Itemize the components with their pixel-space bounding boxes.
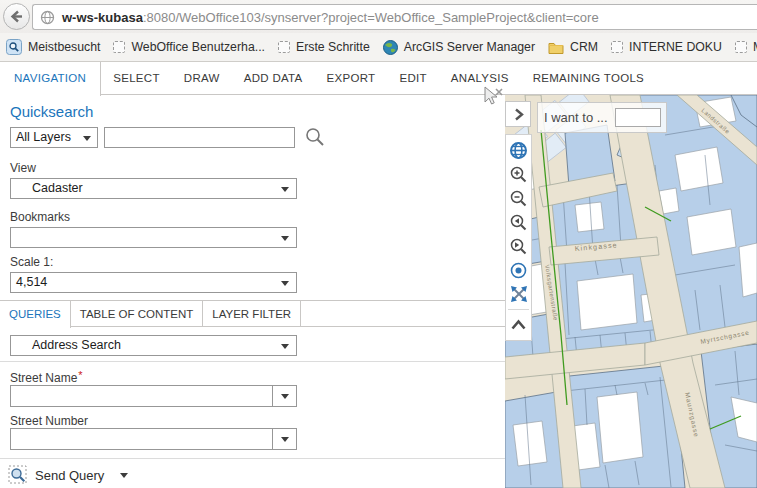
url-path: :8080/WebOffice103/synserver?project=Web… <box>143 10 599 25</box>
most-visited-icon <box>6 39 22 55</box>
full-extent-icon <box>509 284 529 304</box>
street-name-input[interactable] <box>11 386 272 406</box>
view-label: View <box>10 161 36 175</box>
next-extent-icon <box>509 237 528 256</box>
street-name-label: Street Name* <box>10 369 83 385</box>
ribbon-tab-edit[interactable]: EDIT <box>387 62 438 95</box>
placeholder-favicon <box>113 41 125 53</box>
ribbon-tab-analysis[interactable]: ANALYSIS <box>439 62 521 95</box>
focus-point-icon <box>509 261 528 280</box>
bookmark-mantis[interactable]: Mantis <box>735 40 757 54</box>
globe-icon <box>509 141 528 160</box>
toolbar-expand-button[interactable] <box>506 313 531 337</box>
zoom-out-button[interactable] <box>506 186 531 210</box>
quicksearch-search-icon[interactable] <box>303 125 327 149</box>
bookmarks-label: Bookmarks <box>10 210 70 224</box>
ribbon-tab-add-data[interactable]: ADD DATA <box>232 62 315 95</box>
zoom-in-button[interactable] <box>506 162 531 186</box>
ribbon-tab-select[interactable]: SELECT <box>101 62 172 95</box>
bookmark-arcgis-server-manager[interactable]: ArcGIS Server Manager <box>383 40 535 55</box>
bookmark-interne-doku[interactable]: INTERNE DOKU <box>611 40 722 54</box>
street-name-combo <box>10 385 297 407</box>
chevron-up-icon <box>510 318 527 332</box>
divider <box>508 309 529 310</box>
full-extent-button[interactable] <box>506 282 531 306</box>
send-query-button[interactable]: Send Query <box>8 464 128 486</box>
panel-tab-table-of-content[interactable]: TABLE OF CONTENT <box>71 301 204 327</box>
divider <box>0 361 505 362</box>
url-host: w-ws-kubasa <box>62 10 143 25</box>
scale-select[interactable]: 4,514 <box>10 272 297 293</box>
chevron-down-icon <box>281 394 289 399</box>
zoom-out-icon <box>509 189 528 208</box>
url-bar[interactable]: w-ws-kubasa:8080/WebOffice103/synserver?… <box>32 4 757 30</box>
street-number-label: Street Number <box>10 414 88 428</box>
chevron-down-icon <box>281 344 289 349</box>
view-select[interactable]: Cadaster <box>10 178 297 199</box>
navigation-panel: Quicksearch All Layers View Cadaster Boo… <box>0 95 505 488</box>
required-asterisk: * <box>78 369 82 381</box>
street-name-dropdown-button[interactable] <box>272 386 296 406</box>
placeholder-favicon <box>278 41 290 53</box>
map-viewport: Kinkgasse Myrtschgasse Volksgartenstraße… <box>505 95 757 488</box>
i-want-to-label: I want to ... <box>544 110 608 125</box>
ribbon-tab-remaining-tools[interactable]: REMAINING TOOLS <box>521 62 656 95</box>
quicksearch-input[interactable] <box>104 127 295 148</box>
quicksearch-title: Quicksearch <box>10 103 93 120</box>
bookmark-most-visited[interactable]: Meistbesucht <box>6 39 100 55</box>
mouse-cursor <box>483 86 505 108</box>
bookmark-crm[interactable]: CRM <box>548 40 598 54</box>
weboffice-app: w-ws-kubasa:8080/WebOffice103/synserver?… <box>0 0 757 488</box>
placeholder-favicon <box>735 41 747 53</box>
ribbon-tabbar: NAVIGATION SELECT DRAW ADD DATA EXPORT E… <box>0 62 757 95</box>
chevron-down-icon <box>281 187 289 192</box>
chevron-down-icon <box>281 236 289 241</box>
bookmark-erste-schritte[interactable]: Erste Schritte <box>278 40 370 54</box>
panel-tabbar: QUERIES TABLE OF CONTENT LAYER FILTER <box>0 300 505 327</box>
folder-icon <box>548 41 564 54</box>
query-type-select[interactable]: Address Search <box>10 335 297 356</box>
map-toolbar <box>505 134 532 341</box>
collapse-panel-button[interactable] <box>505 101 531 127</box>
previous-extent-button[interactable] <box>506 210 531 234</box>
map-canvas[interactable]: Kinkgasse Myrtschgasse Volksgartenstraße… <box>505 95 757 488</box>
ribbon-tab-export[interactable]: EXPORT <box>315 62 388 95</box>
chevron-down-icon <box>83 136 91 141</box>
previous-extent-icon <box>509 213 528 232</box>
street-number-input[interactable] <box>11 429 272 449</box>
scale-label: Scale 1: <box>10 255 53 269</box>
focus-point-button[interactable] <box>506 258 531 282</box>
zoom-in-icon <box>509 165 528 184</box>
bookmark-weboffice-help[interactable]: WebOffice Benutzerha... <box>113 40 265 54</box>
arcgis-globe-icon <box>383 40 398 55</box>
divider <box>0 458 505 459</box>
ribbon-tab-draw[interactable]: DRAW <box>172 62 232 95</box>
i-want-to-input[interactable] <box>615 108 661 127</box>
i-want-to-panel: I want to ... <box>537 102 667 133</box>
next-extent-button[interactable] <box>506 234 531 258</box>
send-query-icon <box>8 465 28 485</box>
chevron-down-icon <box>281 281 289 286</box>
street-number-combo <box>10 428 297 450</box>
placeholder-favicon <box>611 41 623 53</box>
quicksearch-layer-select[interactable]: All Layers <box>10 127 98 148</box>
chevron-down-icon <box>120 473 128 478</box>
browser-chrome: w-ws-kubasa:8080/WebOffice103/synserver?… <box>0 0 757 33</box>
bookmarks-select[interactable] <box>10 227 297 248</box>
back-arrow-icon <box>8 8 25 25</box>
chevron-right-icon <box>511 107 526 122</box>
panel-tab-queries[interactable]: QUERIES <box>0 301 71 328</box>
panel-tab-layer-filter[interactable]: LAYER FILTER <box>203 301 301 327</box>
page-globe-favicon <box>40 10 55 25</box>
overview-button[interactable] <box>506 138 531 162</box>
back-button[interactable] <box>3 3 30 30</box>
street-number-dropdown-button[interactable] <box>272 429 296 449</box>
bookmarks-bar: Meistbesucht WebOffice Benutzerha... Ers… <box>0 33 757 62</box>
ribbon-tab-navigation[interactable]: NAVIGATION <box>0 62 101 96</box>
chevron-down-icon <box>281 437 289 442</box>
